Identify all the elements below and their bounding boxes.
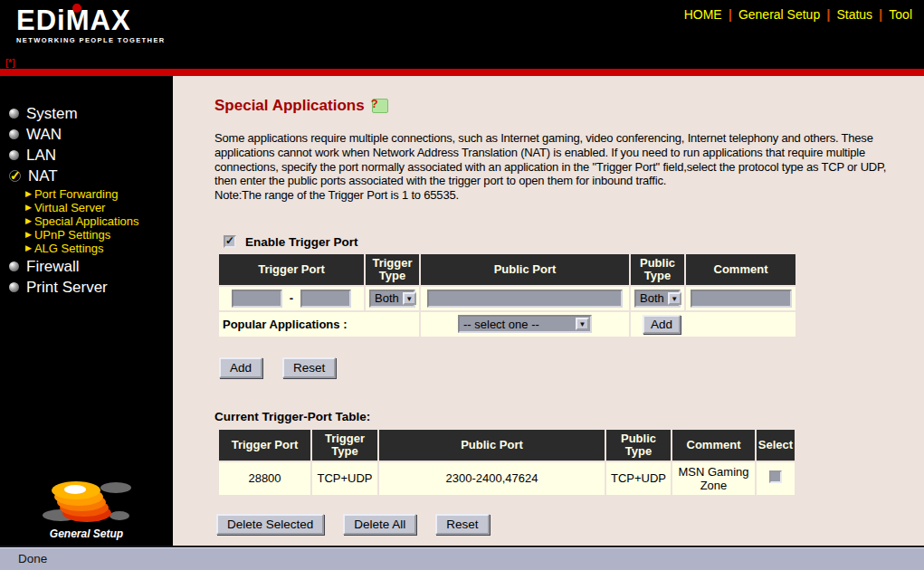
public-type-select[interactable]: Both ▼ — [634, 290, 681, 308]
popular-applications-label: Popular Applications : — [219, 312, 419, 337]
col-header-public-type: Public Type — [631, 254, 684, 285]
nav-home[interactable]: HOME — [678, 7, 729, 22]
sidebar-item-label: WAN — [26, 126, 62, 143]
range-separator: - — [286, 291, 297, 305]
col-header-public-port: Public Port — [379, 430, 605, 461]
col-header-select: Select — [757, 430, 795, 461]
enable-trigger-port-label: Enable Trigger Port — [245, 235, 358, 249]
delete-selected-button[interactable]: Delete Selected — [216, 514, 324, 535]
red-divider-bar — [0, 69, 924, 76]
nav-status[interactable]: Status — [830, 7, 879, 22]
bullet-icon — [9, 282, 19, 292]
col-header-trigger-port: Trigger Port — [219, 430, 310, 461]
sidebar-item-wan[interactable]: WAN — [0, 124, 173, 145]
logo-text: EDiMAX — [16, 7, 166, 34]
sidebar-item-label: Print Server — [26, 279, 108, 296]
popular-select-cell: -- select one -- ▼ — [421, 312, 629, 337]
popular-applications-select[interactable]: -- select one -- ▼ — [458, 315, 592, 333]
nav-tool[interactable]: Tool — [882, 7, 919, 22]
checkmark-icon — [9, 170, 21, 182]
public-type-value: Both — [636, 291, 668, 305]
help-book-icon[interactable] — [372, 99, 388, 113]
comment-input[interactable] — [691, 290, 792, 308]
sidebar-item-upnp-settings[interactable]: ▶ UPnP Settings — [25, 228, 173, 242]
top-nav: HOME | General Setup | Status | Tool — [678, 6, 919, 22]
triangle-icon: ▶ — [25, 214, 32, 228]
general-setup-icon — [37, 475, 137, 527]
sidebar-item-label: NAT — [28, 167, 58, 185]
row-select-checkbox[interactable] — [769, 470, 782, 483]
popular-add-button[interactable]: Add — [643, 315, 681, 334]
submenu-item-label: Special Applications — [34, 214, 139, 228]
submenu-item-label: Port Forwarding — [34, 187, 118, 201]
sidebar-item-firewall[interactable]: Firewall — [0, 256, 173, 277]
sidebar-item-label: LAN — [26, 147, 56, 164]
triangle-icon: ▶ — [25, 201, 32, 214]
sidebar-item-label: System — [26, 105, 78, 122]
triangle-icon: ▶ — [25, 228, 32, 242]
bullet-icon — [9, 150, 19, 160]
nav-general-setup[interactable]: General Setup — [732, 7, 826, 22]
sidebar-item-alg-settings[interactable]: ▶ ALG Settings — [25, 242, 173, 255]
sidebar-item-lan[interactable]: LAN — [0, 145, 173, 166]
sidebar-item-virtual-server[interactable]: ▶ Virtual Server — [25, 201, 173, 214]
reset-table-button[interactable]: Reset — [435, 514, 489, 535]
sidebar-item-label: Firewall — [26, 258, 80, 275]
bullet-icon — [9, 109, 19, 119]
broken-image-marker: [*] — [5, 58, 15, 68]
sidebar: System WAN LAN NAT ▶ Port Forwarding — [0, 76, 173, 546]
logo-red-dot-icon — [72, 4, 81, 13]
dropdown-arrow-icon: ▼ — [403, 292, 416, 305]
row-trigger-type: TCP+UDP — [312, 462, 377, 495]
col-header-comment: Comment — [672, 430, 755, 461]
delete-all-button[interactable]: Delete All — [343, 514, 416, 535]
col-header-public-port: Public Port — [421, 254, 629, 285]
public-port-input[interactable] — [427, 290, 623, 308]
bullet-icon — [9, 129, 19, 139]
router-admin-window: EDiMAX NETWORKING PEOPLE TOGETHER HOME |… — [0, 0, 924, 570]
trigger-type-value: Both — [371, 291, 403, 305]
table-row: 28800 TCP+UDP 2300-2400,47624 TCP+UDP MS… — [219, 462, 795, 495]
bullet-icon — [9, 261, 19, 271]
col-header-comment: Comment — [686, 254, 795, 285]
status-text: Done — [18, 552, 47, 565]
trigger-port-range-cell: - — [219, 287, 364, 310]
triangle-icon: ▶ — [25, 187, 32, 201]
edimax-logo: EDiMAX NETWORKING PEOPLE TOGETHER — [16, 7, 166, 44]
triangle-icon: ▶ — [25, 242, 32, 255]
row-trigger-port: 28800 — [219, 462, 310, 495]
public-type-cell: Both ▼ — [631, 287, 684, 310]
logo-tagline: NETWORKING PEOPLE TOGETHER — [16, 36, 166, 44]
main-content: Special Applications Some applications r… — [173, 76, 924, 546]
current-table-label: Current Trigger-Port Table: — [214, 410, 924, 423]
nat-submenu: ▶ Port Forwarding ▶ Virtual Server ▶ Spe… — [0, 186, 173, 256]
sidebar-item-special-applications[interactable]: ▶ Special Applications — [25, 214, 173, 228]
sidebar-item-nat[interactable]: NAT — [0, 166, 173, 186]
current-trigger-port-table: Trigger Port Trigger Type Public Port Pu… — [217, 428, 796, 497]
public-port-cell — [421, 287, 629, 310]
comment-cell — [686, 287, 795, 310]
reset-button[interactable]: Reset — [282, 357, 336, 378]
dropdown-arrow-icon: ▼ — [668, 292, 681, 305]
col-header-trigger-type: Trigger Type — [366, 254, 419, 285]
trigger-port-from-input[interactable] — [232, 290, 282, 308]
enable-trigger-port-checkbox[interactable] — [224, 235, 236, 248]
dropdown-arrow-icon: ▼ — [576, 318, 589, 330]
popular-select-value: -- select one -- — [460, 318, 576, 331]
row-comment: MSN Gaming Zone — [672, 462, 755, 495]
sidebar-item-system[interactable]: System — [0, 103, 173, 124]
browser-status-bar: Done — [0, 546, 924, 570]
row-public-type: TCP+UDP — [606, 462, 671, 495]
trigger-type-select[interactable]: Both ▼ — [369, 290, 415, 308]
sidebar-item-print-server[interactable]: Print Server — [0, 277, 173, 298]
description-note: Note:The range of the Trigger Port is 1 … — [214, 188, 910, 203]
trigger-form-table: Trigger Port Trigger Type Public Port Pu… — [217, 252, 797, 338]
sidebar-item-port-forwarding[interactable]: ▶ Port Forwarding — [25, 187, 173, 201]
page-title: Special Applications — [214, 97, 365, 115]
submenu-item-label: UPnP Settings — [34, 228, 110, 242]
trigger-type-cell: Both ▼ — [366, 287, 419, 310]
col-header-public-type: Public Type — [606, 430, 671, 461]
row-select-cell — [757, 462, 795, 495]
trigger-port-to-input[interactable] — [300, 290, 351, 308]
add-button[interactable]: Add — [219, 357, 262, 378]
